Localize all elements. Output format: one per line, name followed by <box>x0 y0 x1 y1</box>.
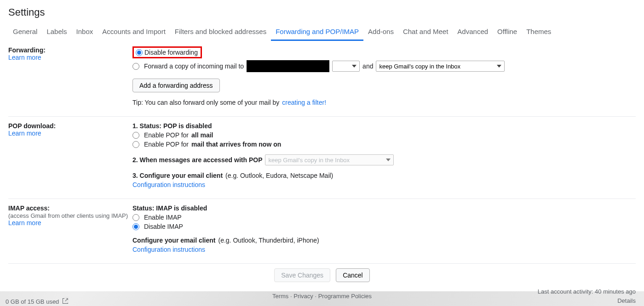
pop-learn-more-link[interactable]: Learn more <box>8 130 41 137</box>
radio-forward-copy-label: Forward a copy of incoming mail to <box>144 62 244 70</box>
radio-forward-copy[interactable] <box>132 63 139 70</box>
pop-status-value: POP is disabled <box>163 122 212 130</box>
pop-config-instructions-link[interactable]: Configuration instructions <box>132 181 205 188</box>
radio-disable-imap[interactable] <box>132 223 139 230</box>
forward-address-redacted <box>247 60 329 72</box>
imap-sublabel: (access Gmail from other clients using I… <box>8 212 128 219</box>
section-imap: IMAP access: (access Gmail from other cl… <box>8 199 636 264</box>
forwarding-label: Forwarding: <box>8 46 46 54</box>
pop-step2-label: 2. When messages are accessed with POP <box>132 156 262 164</box>
storage-text: 0 GB of 15 GB used <box>6 298 59 305</box>
section-forwarding: Forwarding: Learn more Disable forwardin… <box>8 41 636 117</box>
pop-step3-rest: (e.g. Outlook, Eudora, Netscape Mail) <box>225 172 333 179</box>
tab-accounts[interactable]: Accounts and Import <box>98 23 170 41</box>
imap-label: IMAP access: <box>8 204 50 212</box>
imap-status-value: IMAP is disabled <box>156 204 207 212</box>
radio-pop-now-on[interactable] <box>132 141 139 148</box>
tab-addons[interactable]: Add-ons <box>363 23 398 41</box>
footer-right: Last account activity: 40 minutes ago De… <box>538 287 636 305</box>
tab-labels[interactable]: Labels <box>42 23 71 41</box>
radio-pop-now-prefix: Enable POP for <box>144 141 189 148</box>
pop-action-select: keep Gmail's copy in the Inbox <box>265 154 394 165</box>
pop-label: POP download: <box>8 122 56 130</box>
tab-filters[interactable]: Filters and blocked addresses <box>170 23 271 41</box>
creating-filter-link[interactable]: creating a filter! <box>282 99 326 106</box>
section-pop: POP download: Learn more 1. Status: POP … <box>8 117 636 199</box>
tab-themes[interactable]: Themes <box>522 23 556 41</box>
radio-pop-all-bold: all mail <box>191 131 213 139</box>
radio-enable-imap-label: Enable IMAP <box>144 214 182 221</box>
and-text: and <box>362 62 373 70</box>
imap-config-bold: Configure your email client <box>132 237 215 244</box>
imap-config-rest: (e.g. Outlook, Thunderbird, iPhone) <box>218 237 319 244</box>
settings-tabs: General Labels Inbox Accounts and Import… <box>0 23 644 41</box>
footer-left: 0 GB of 15 GB used <box>6 298 68 305</box>
tab-advanced[interactable]: Advanced <box>453 23 493 41</box>
forward-address-select[interactable] <box>332 61 360 72</box>
cancel-button[interactable]: Cancel <box>336 268 370 282</box>
radio-disable-forwarding-label: Disable forwarding <box>144 49 198 56</box>
add-forwarding-address-button[interactable]: Add a forwarding address <box>132 79 220 92</box>
save-changes-button: Save Changes <box>274 268 330 282</box>
details-link[interactable]: Details <box>617 297 636 304</box>
imap-status-prefix: Status: <box>132 204 156 212</box>
radio-pop-all-mail[interactable] <box>132 132 139 139</box>
forwarding-tip-text: Tip: You can also forward only some of y… <box>132 99 279 106</box>
tab-chat-meet[interactable]: Chat and Meet <box>398 23 453 41</box>
radio-disable-imap-label: Disable IMAP <box>144 223 183 230</box>
tab-inbox[interactable]: Inbox <box>72 23 98 41</box>
disable-forwarding-highlight: Disable forwarding <box>132 46 202 58</box>
forward-action-select[interactable]: keep Gmail's copy in the Inbox <box>376 61 505 72</box>
pop-step3-bold: 3. Configure your email client <box>132 172 223 179</box>
tab-offline[interactable]: Offline <box>493 23 522 41</box>
radio-pop-now-bold: mail that arrives from now on <box>191 141 281 148</box>
last-activity-text: Last account activity: 40 minutes ago <box>538 288 636 295</box>
radio-enable-imap[interactable] <box>132 214 139 221</box>
page-title: Settings <box>8 6 636 18</box>
forwarding-learn-more-link[interactable]: Learn more <box>8 54 41 61</box>
imap-learn-more-link[interactable]: Learn more <box>8 219 41 227</box>
tab-forwarding-pop-imap[interactable]: Forwarding and POP/IMAP <box>271 23 363 41</box>
radio-disable-forwarding[interactable] <box>136 49 143 56</box>
open-in-new-icon[interactable] <box>63 298 68 304</box>
pop-status-prefix: 1. Status: <box>132 122 163 130</box>
imap-config-instructions-link[interactable]: Configuration instructions <box>132 246 205 253</box>
tab-general[interactable]: General <box>8 23 42 41</box>
radio-pop-all-prefix: Enable POP for <box>144 131 189 139</box>
